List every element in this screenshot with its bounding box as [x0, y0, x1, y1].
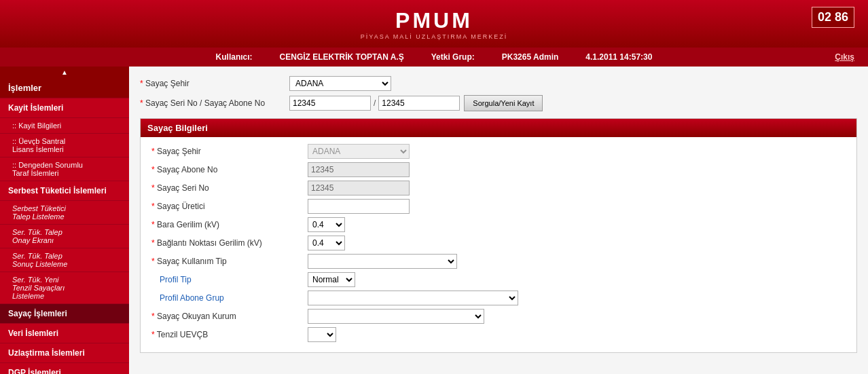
- sb-profil-tip-select[interactable]: Normal Diğer: [308, 272, 355, 287]
- logo: PMUM PİYASA MALİ UZLAŞTIRMA MERKEZİ: [361, 8, 507, 40]
- sb-abone-row: * Sayaç Abone No: [151, 162, 846, 177]
- sidebar-item-veri[interactable]: Veri İslemleri: [0, 324, 129, 343]
- sb-sehir-label: * Sayaç Şehir: [151, 147, 308, 156]
- yetki-label: Yetki Grup:: [431, 52, 475, 62]
- seri-no-row: * Sayaç Seri No / Sayaç Abone No / Sorgu…: [140, 95, 857, 111]
- sidebar-subitem-kayit-bilgileri[interactable]: :: Kayit Bilgileri: [0, 118, 129, 134]
- clock-display: 02 86: [812, 7, 854, 28]
- main-layout: ▲ İşlemler Kayit İslemleri :: Kayit Bilg…: [0, 67, 868, 374]
- required-marker2: *: [140, 98, 145, 108]
- slash-separator: /: [374, 98, 376, 108]
- sidebar-subitem-talep-onay[interactable]: Ser. Tük. TalepOnay Ekranı: [0, 225, 129, 248]
- sidebar-subitem-talep-sonuc[interactable]: Ser. Tük. TalepSonuç Listeleme: [0, 248, 129, 272]
- sidebar-item-kayit-islemleri[interactable]: Kayit İslemleri: [0, 98, 129, 118]
- seri-no-input[interactable]: [289, 96, 371, 111]
- sb-okuyan-row: * Sayaç Okuyan Kurum: [151, 309, 846, 324]
- sb-profil-abone-label: Profil Abone Grup: [151, 293, 308, 303]
- sorgula-button[interactable]: Sorgula/Yeni Kayıt: [464, 95, 543, 111]
- sb-baglanti-row: * Bağlantı Noktası Gerilim (kV) 0.4 1 10…: [151, 236, 846, 250]
- sb-abone-label: * Sayaç Abone No: [151, 165, 308, 174]
- user-label: Kullanıcı:: [216, 52, 253, 62]
- sidebar-scroll-up[interactable]: ▲: [0, 67, 129, 78]
- main-content: * Sayaç Şehir ADANA ANKARA İSTANBUL * Sa…: [129, 67, 868, 374]
- app-subtitle: PİYASA MALİ UZLAŞTIRMA MERKEZİ: [361, 33, 507, 40]
- sb-abone-input: [308, 162, 410, 177]
- sb-sehir-select: ADANA: [308, 144, 410, 159]
- sayac-sehir-select[interactable]: ADANA ANKARA İSTANBUL: [289, 76, 391, 91]
- header-top: PMUM PİYASA MALİ UZLAŞTIRMA MERKEZİ 02 8…: [0, 0, 868, 48]
- sidebar-item-sayac-islemleri[interactable]: Sayaç İşlemleri: [0, 304, 129, 324]
- sayac-bilgileri-header: Sayaç Bilgileri: [141, 119, 856, 137]
- sidebar-subitem-tenzil-sayac[interactable]: Ser. Tük. YeniTenzil SayaçlarıListeleme: [0, 272, 129, 304]
- sb-profil-abone-row: Profil Abone Grup: [151, 291, 846, 305]
- datetime: 4.1.2011 14:57:30: [585, 52, 652, 62]
- sb-bara-select[interactable]: 0.4 1 10 34 154 380: [308, 217, 345, 232]
- top-form: * Sayaç Şehir ADANA ANKARA İSTANBUL * Sa…: [140, 76, 857, 111]
- header-user-bar: Kullanıcı: CENGİZ ELEKTRİK TOPTAN A.Ş Ye…: [0, 48, 868, 67]
- sidebar: ▲ İşlemler Kayit İslemleri :: Kayit Bilg…: [0, 67, 129, 374]
- logout-button[interactable]: Çıkış: [835, 52, 854, 62]
- sb-profil-tip-row: Profil Tip Normal Diğer: [151, 272, 846, 287]
- sb-tenzil-label: * Tenzil UEVÇB: [151, 330, 308, 339]
- sb-uretici-row: * Sayaç Üretici: [151, 199, 846, 214]
- sidebar-item-dgp[interactable]: DGP İşlemleri: [0, 363, 129, 374]
- app-title: PMUM: [361, 8, 507, 33]
- sb-uretici-label: * Sayaç Üretici: [151, 202, 308, 211]
- sb-bara-row: * Bara Gerilim (kV) 0.4 1 10 34 154 380: [151, 217, 846, 232]
- sb-seri-row: * Sayaç Seri No: [151, 181, 846, 195]
- sb-baglanti-select[interactable]: 0.4 1 10 34 154 380: [308, 236, 345, 250]
- sayac-bilgileri-body: * Sayaç Şehir ADANA * Sayaç Abone No * S…: [141, 137, 856, 352]
- sidebar-subitem-serbest-talep[interactable]: Serbest TüketiciTalep Listeleme: [0, 201, 129, 225]
- sidebar-item-serbest-tuketici[interactable]: Serbest Tüketici İslemleri: [0, 181, 129, 201]
- seri-no-label: * Sayaç Seri No / Sayaç Abone No: [140, 98, 289, 108]
- abone-no-input[interactable]: [378, 96, 460, 111]
- sb-kullanim-row: * Sayaç Kullanım Tip: [151, 254, 846, 269]
- sb-tenzil-select[interactable]: [308, 327, 336, 342]
- sidebar-item-islemler: İşlemler: [0, 78, 129, 98]
- sayac-sehir-label: * Sayaç Şehir: [140, 79, 289, 88]
- sayac-bilgileri-section: Sayaç Bilgileri * Sayaç Şehir ADANA * Sa…: [140, 118, 857, 353]
- sb-okuyan-select[interactable]: [308, 309, 484, 324]
- sb-uretici-input[interactable]: [308, 199, 410, 214]
- sb-baglanti-label: * Bağlantı Noktası Gerilim (kV): [151, 238, 308, 248]
- sayac-sehir-row: * Sayaç Şehir ADANA ANKARA İSTANBUL: [140, 76, 857, 91]
- sb-bara-label: * Bara Gerilim (kV): [151, 220, 308, 229]
- sb-seri-label: * Sayaç Seri No: [151, 183, 308, 193]
- sb-profil-tip-label: Profil Tip: [151, 275, 308, 284]
- user-value: CENGİZ ELEKTRİK TOPTAN A.Ş: [280, 52, 404, 62]
- clock-digits: 02 86: [818, 10, 848, 24]
- sidebar-subitem-santral[interactable]: :: Üevçb SantralLisans İslemleri: [0, 134, 129, 157]
- sb-sehir-row: * Sayaç Şehir ADANA: [151, 144, 846, 159]
- required-marker: *: [140, 79, 145, 88]
- sb-kullanim-label: * Sayaç Kullanım Tip: [151, 257, 308, 266]
- sb-tenzil-row: * Tenzil UEVÇB: [151, 327, 846, 342]
- yetki-value: PK3265 Admin: [502, 52, 559, 62]
- sb-kullanim-select[interactable]: [308, 254, 457, 269]
- sidebar-subitem-dengeden[interactable]: :: Dengeden SorumluTaraf İslemleri: [0, 157, 129, 181]
- sb-okuyan-label: * Sayaç Okuyan Kurum: [151, 312, 308, 321]
- sb-seri-input: [308, 181, 410, 195]
- sidebar-item-uzlastirma[interactable]: Uzlaştirma İslemleri: [0, 343, 129, 363]
- sb-profil-abone-select[interactable]: [308, 291, 518, 305]
